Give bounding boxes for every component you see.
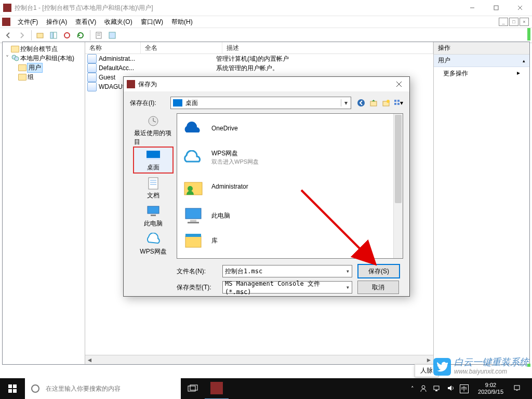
menu-file[interactable]: 文件(F) <box>14 17 42 28</box>
show-hide-tree-button[interactable] <box>47 29 60 42</box>
tree-users[interactable]: 用户 <box>4 63 84 72</box>
tray-volume-icon[interactable] <box>446 384 455 393</box>
menu-action[interactable]: 操作(A) <box>42 17 71 28</box>
tree-pane[interactable]: 控制台根节点 ˅本地用户和组(本地) 用户 组 <box>3 42 85 364</box>
svg-rect-11 <box>109 32 115 38</box>
taskbar-search[interactable]: 在这里输入你要搜索的内容 <box>25 378 181 399</box>
properties-button[interactable] <box>92 29 105 42</box>
file-item-wps[interactable]: WPS网盘双击进入WPS网盘 <box>177 143 403 172</box>
start-button[interactable] <box>0 378 25 399</box>
tree-groups[interactable]: 组 <box>4 72 84 82</box>
back-button[interactable] <box>2 29 15 42</box>
taskbar: 在这里输入你要搜索的内容 ˄ 中 9:02 2020/9/15 <box>0 378 532 399</box>
save-as-dialog: 保存为 保存在(I): 桌面 ▾ ▾ 最近使用的项 <box>123 76 410 297</box>
window-title: 控制台1 - [控制台根节点\本地用户和组(本地)\用户] <box>15 4 460 12</box>
desktop-icon <box>173 99 182 107</box>
col-fullname[interactable]: 全名 <box>141 42 222 54</box>
title-bar: 控制台1 - [控制台根节点\本地用户和组(本地)\用户] <box>0 0 532 16</box>
save-button[interactable]: 保存(S) <box>357 264 400 278</box>
dialog-close-button[interactable] <box>389 77 409 91</box>
maximize-button[interactable] <box>484 0 508 16</box>
menu-view[interactable]: 查看(V) <box>71 17 100 28</box>
task-view-button[interactable] <box>181 378 205 399</box>
up-button[interactable] <box>34 29 46 42</box>
svg-point-50 <box>422 385 425 389</box>
close-button[interactable] <box>508 0 532 16</box>
menu-help[interactable]: 帮助(H) <box>167 17 197 28</box>
menu-favorites[interactable]: 收藏夹(O) <box>100 17 136 28</box>
tray-ime-indicator[interactable]: 中 <box>460 384 469 393</box>
tree-root[interactable]: 控制台根节点 <box>4 44 84 54</box>
svg-rect-39 <box>188 222 199 223</box>
chevron-down-icon[interactable]: ▾ <box>341 99 351 107</box>
minimize-button[interactable] <box>460 0 484 16</box>
menu-window[interactable]: 窗口(W) <box>137 17 167 28</box>
up-one-level-icon[interactable] <box>369 98 378 108</box>
file-item-onedrive[interactable]: OneDrive <box>177 114 403 143</box>
place-documents[interactable]: 文档 <box>133 175 174 202</box>
file-list[interactable]: OneDrive WPS网盘双击进入WPS网盘 Administrator 此电… <box>177 113 403 259</box>
tray-clock[interactable]: 9:02 2020/9/15 <box>475 382 506 395</box>
place-recent[interactable]: 最近使用的项目 <box>133 115 174 145</box>
mdi-child-controls[interactable]: _□× <box>499 18 529 26</box>
export-button[interactable] <box>61 29 73 42</box>
place-wps[interactable]: WPS网盘 <box>133 231 174 258</box>
refresh-button[interactable] <box>74 29 87 42</box>
filename-input[interactable]: 控制台1.msc▾ <box>222 265 352 277</box>
svg-rect-1 <box>494 6 498 10</box>
svg-rect-53 <box>514 385 520 390</box>
system-tray: ˄ 中 9:02 2020/9/15 <box>408 378 532 399</box>
cancel-button[interactable]: 取消 <box>357 281 399 294</box>
column-headers[interactable]: 名称 全名 描述 <box>85 42 433 54</box>
place-desktop[interactable]: 桌面 <box>133 147 174 174</box>
user-icon <box>87 63 97 73</box>
svg-rect-27 <box>147 151 160 159</box>
actions-pane: 操作 用户▴ 更多操作▸ <box>433 42 529 364</box>
svg-point-47 <box>32 385 39 392</box>
svg-point-19 <box>387 100 390 103</box>
col-name[interactable]: 名称 <box>85 42 141 54</box>
svg-rect-28 <box>147 158 160 159</box>
actions-more[interactable]: 更多操作▸ <box>434 67 529 80</box>
actions-header: 操作 <box>434 42 529 55</box>
onedrive-icon <box>182 118 204 139</box>
svg-rect-37 <box>185 208 201 219</box>
menu-bar: 文件(F) 操作(A) 查看(V) 收藏夹(O) 窗口(W) 帮助(H) _□× <box>0 16 532 28</box>
user-icon <box>87 73 97 82</box>
filename-label: 文件名(N): <box>130 267 222 276</box>
list-item[interactable]: Administrat...管理计算机(域)的内置帐户 <box>85 54 433 63</box>
dialog-icon <box>127 80 135 88</box>
svg-point-36 <box>188 186 193 191</box>
svg-rect-21 <box>397 100 400 102</box>
col-description[interactable]: 描述 <box>222 42 433 54</box>
tree-lusrmgr[interactable]: ˅本地用户和组(本地) <box>4 54 84 63</box>
svg-rect-45 <box>8 389 12 393</box>
actions-group-users[interactable]: 用户▴ <box>434 55 529 67</box>
help-button[interactable] <box>106 29 118 42</box>
file-item-thispc[interactable]: 此电脑 <box>177 201 403 230</box>
place-thispc[interactable]: 此电脑 <box>133 203 174 230</box>
svg-rect-34 <box>151 215 156 216</box>
vertical-scrollbar[interactable] <box>393 114 403 258</box>
tray-network-icon[interactable] <box>433 384 441 393</box>
taskbar-app-mmc[interactable] <box>205 378 229 399</box>
horizontal-scrollbar[interactable]: ◄► <box>85 355 433 364</box>
tray-chevron-up-icon[interactable]: ˄ <box>411 385 414 392</box>
file-item-administrator[interactable]: Administrator <box>177 172 403 201</box>
list-item[interactable]: DefaultAcc...系统管理的用户帐户。 <box>85 63 433 73</box>
dialog-title: 保存为 <box>138 80 389 89</box>
view-menu-icon[interactable]: ▾ <box>394 98 403 108</box>
dialog-titlebar[interactable]: 保存为 <box>124 77 409 91</box>
filetype-label: 保存类型(T): <box>130 283 222 292</box>
toolbar <box>0 28 532 43</box>
back-icon[interactable] <box>356 98 366 108</box>
tray-people-icon[interactable] <box>419 384 428 393</box>
new-folder-icon[interactable] <box>381 98 391 108</box>
tray-notifications-icon[interactable] <box>513 384 521 393</box>
savein-combo[interactable]: 桌面 ▾ <box>170 97 351 109</box>
file-item-libraries[interactable]: 库 <box>177 230 403 251</box>
svg-point-16 <box>357 99 365 107</box>
filetype-combo[interactable]: MS Management Console 文件 (*.msc)▾ <box>222 281 352 294</box>
forward-button[interactable] <box>16 29 28 42</box>
svg-rect-44 <box>13 384 17 388</box>
